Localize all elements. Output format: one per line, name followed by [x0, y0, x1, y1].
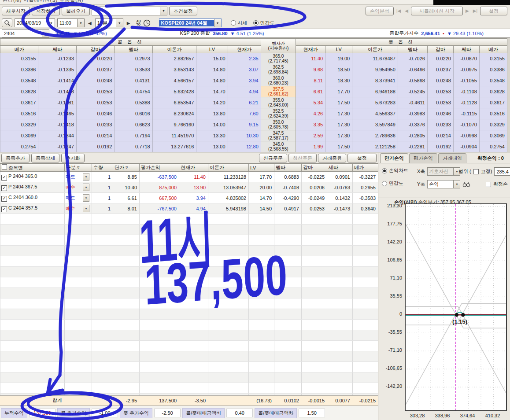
delete-item-button[interactable]: 종목삭제 [31, 154, 59, 162]
row-checkbox[interactable]: ✓ [1, 185, 7, 191]
column-header[interactable]: 이론가 [352, 46, 398, 53]
confirmed-pnl-checkbox[interactable] [486, 182, 491, 187]
tab-평가손익[interactable]: 평가손익 [409, 153, 437, 163]
range-input[interactable]: 285.4 [494, 167, 510, 176]
side-dropdown-button[interactable]: ▼ [83, 205, 89, 212]
calendar-dropdown-icon[interactable]: ▼ [50, 22, 53, 25]
condition-settings-button[interactable]: 조건설정 [169, 7, 197, 15]
column-header[interactable]: I.V [249, 164, 274, 172]
step-back-button[interactable]: ◀ [87, 19, 93, 27]
chevron-down-icon[interactable]: ▼ [453, 181, 460, 188]
add-item-button[interactable]: 종목추가 [1, 154, 30, 162]
simulation-start-button[interactable]: 시뮬레이션 시작 [411, 7, 463, 15]
column-header[interactable]: 델타 [115, 46, 152, 53]
save-button[interactable]: 저장하기 [32, 7, 60, 15]
y-axis-combobox[interactable]: 손익▼ [427, 180, 460, 188]
end-trade-button[interactable]: 거래종료 [318, 154, 346, 162]
chevron-down-icon[interactable]: ▼ [77, 19, 84, 27]
position-row[interactable]: ✓C 2404 357.5매수▼18.01-767,5004.945.94319… [0, 203, 378, 214]
nav-first-button[interactable]: |◀ [395, 7, 402, 15]
column-header[interactable]: 이론가 [208, 164, 249, 172]
pnl-analysis-button[interactable]: 손익분석 [366, 7, 394, 15]
sort-icon[interactable]: ▿ [76, 165, 80, 170]
column-header[interactable]: 수량 [92, 164, 113, 172]
date-field[interactable]: 2024/03/19 ▼ [15, 18, 55, 27]
preset-combobox[interactable]: ▼ [92, 7, 167, 15]
nav-prev-button[interactable]: ◀ [403, 7, 410, 15]
column-header[interactable]: 현재가 [179, 164, 208, 172]
strike-cell[interactable]: 365.0(2,717.45) [261, 53, 296, 64]
chevron-down-icon[interactable]: ▼ [116, 19, 123, 27]
select-all-checkbox[interactable] [2, 164, 7, 169]
option-row: 0.3069-0.13440.02140.719411.45197013.301… [0, 130, 507, 141]
column-header[interactable]: 현재가 [228, 46, 261, 53]
auto-toggle[interactable]: AUTO [136, 20, 140, 26]
column-header[interactable]: 델타 [398, 46, 427, 53]
position-row[interactable]: ✓P 2404 365.0매도▼18.85-637,50011.4011.233… [0, 172, 378, 182]
chevron-down-icon[interactable]: ▼ [214, 19, 221, 27]
instrument-combobox[interactable]: KOSPI200 24년 04월 ▼ [159, 18, 222, 27]
step-forward-button[interactable]: ▶ [126, 19, 132, 27]
strike-cell[interactable]: 345.0(2,568.55) [261, 141, 296, 152]
column-header[interactable]: 종목명 [0, 164, 65, 172]
column-header[interactable]: 베가 [353, 164, 378, 172]
order-settings-button[interactable]: 설정 [347, 154, 377, 162]
load-button[interactable]: 불러오기 [62, 7, 90, 15]
time-combobox[interactable]: 11:00 ▼ [57, 18, 85, 27]
radio-sensitivity-chart[interactable]: 민감도 [382, 180, 403, 187]
range-fixed-checkbox[interactable] [473, 169, 479, 174]
row-checkbox[interactable]: ✓ [1, 206, 7, 212]
strike-cell[interactable]: 360.0(2,680.23) [261, 75, 296, 86]
radio-quote[interactable]: 시세 [231, 20, 248, 26]
nav-last-button[interactable]: ▶| [472, 7, 479, 15]
tab-거래내역[interactable]: 거래내역 [438, 153, 466, 163]
search-button[interactable] [2, 18, 12, 27]
column-header[interactable]: I.V [325, 46, 352, 53]
column-header[interactable]: 단가 ▿ [113, 164, 140, 172]
contract-combobox[interactable]: 2404 ▼ [2, 29, 49, 37]
side-dropdown-button[interactable]: ▼ [83, 184, 89, 191]
strike-cell[interactable]: 347.5(2,587.17) [261, 130, 296, 141]
column-header[interactable]: 감마 [427, 46, 453, 53]
side-dropdown-button[interactable]: ▼ [83, 173, 89, 181]
strike-cell[interactable]: 362.5(2,698.84) [261, 64, 296, 75]
tab-만기손익[interactable]: 만기손익 [380, 153, 408, 163]
column-header[interactable]: 감마 [302, 164, 327, 172]
position-row[interactable]: ✓P 2404 367.5매수▼110.40875,00013.9013.053… [0, 182, 378, 193]
clock-icon[interactable] [143, 19, 151, 27]
reset-button[interactable]: 초기화 [61, 154, 85, 162]
nav-next-button[interactable]: ▶ [464, 7, 470, 15]
new-order-button[interactable]: 신규주문 [259, 154, 287, 162]
chevron-down-icon[interactable]: ▼ [160, 7, 167, 15]
x-axis-combobox[interactable]: 기초자산▼ [427, 167, 460, 176]
column-header[interactable]: 구분 ▿ [65, 164, 92, 172]
column-header[interactable]: 쎄타 [453, 46, 479, 53]
column-header[interactable]: 베가 [479, 46, 507, 53]
column-header[interactable]: 이론가 [152, 46, 196, 53]
column-header[interactable]: 쎄타 [38, 46, 76, 53]
radio-sensitivity[interactable]: 민감도 [253, 20, 275, 26]
column-header[interactable]: 베가 [0, 46, 38, 53]
binoculars-icon[interactable] [462, 181, 470, 187]
settings-button[interactable]: 설정 [480, 7, 507, 15]
strike-cell[interactable]: 352.5(2,624.39) [261, 108, 296, 119]
column-header[interactable]: 세타 [327, 164, 353, 172]
strike-cell[interactable]: 357.5(2,661.62) [261, 86, 296, 97]
side-dropdown-button[interactable]: ▼ [83, 194, 89, 202]
column-header[interactable]: 감마 [76, 46, 114, 53]
close-order-button[interactable]: 청산주문 [288, 154, 317, 162]
strike-cell[interactable]: 355.0(2,643.00) [261, 97, 296, 108]
column-header[interactable]: 델타 [274, 164, 302, 172]
row-checkbox[interactable]: ✓ [1, 196, 7, 202]
row-checkbox[interactable]: ✓ [1, 175, 7, 181]
strike-cell[interactable]: 350.0(2,605.78) [261, 119, 296, 130]
interval-combobox[interactable]: 15분 ▼ [95, 18, 123, 27]
column-header[interactable]: I.V [196, 46, 228, 53]
sort-icon[interactable]: ▿ [124, 165, 128, 170]
position-row[interactable]: ✓C 2404 360.0매도▼16.61667,5003.944.835802… [0, 193, 378, 203]
restart-button[interactable]: 새로시작 [2, 7, 30, 15]
radio-pnl-chart[interactable]: 손익차트 [382, 167, 408, 174]
column-header[interactable]: 평가손익 [140, 164, 179, 172]
chevron-down-icon[interactable]: ▼ [42, 30, 49, 37]
column-header[interactable]: 현재가 [296, 46, 325, 53]
